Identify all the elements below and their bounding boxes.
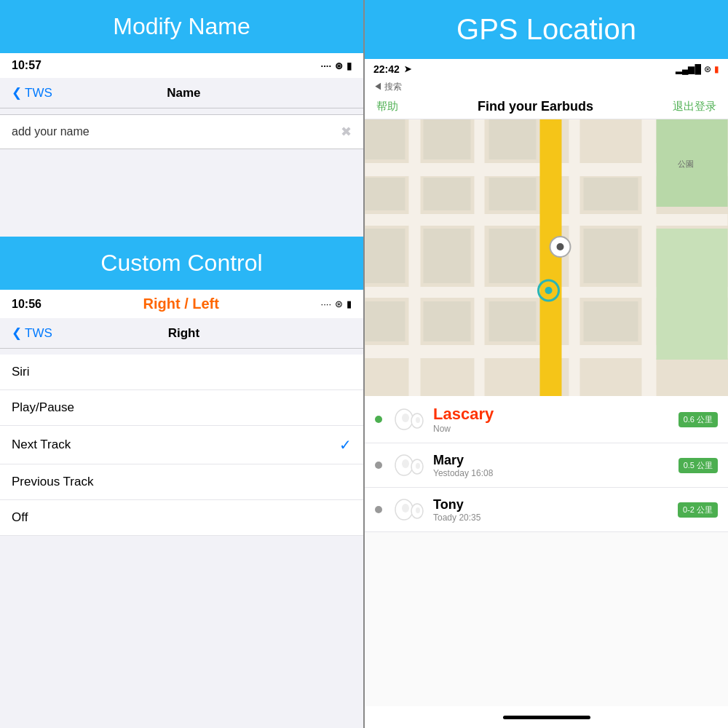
svg-rect-27 (657, 229, 728, 360)
battery-icon-2: ▮ (347, 298, 352, 309)
earbud-item-lascary[interactable]: Lascary Now 0.6 公里 (365, 396, 728, 443)
signal-bars: ▂▄▆█ (676, 64, 701, 74)
clear-icon[interactable]: ✖ (341, 124, 352, 140)
custom-control-time: 10:56 (12, 298, 41, 311)
earbud-name-lascary: Lascary (433, 405, 678, 424)
back-label-2: TWS (25, 326, 52, 341)
gps-nav-right[interactable]: 退出登录 (673, 100, 716, 114)
gps-nav-bar: 帮助 Find your Earbuds 退出登录 (365, 95, 728, 119)
earbud-icon-mary (389, 452, 424, 478)
modify-name-header: Modify Name (0, 0, 363, 53)
search-bar-row: ◀ 搜索 (365, 79, 728, 95)
option-previous-track[interactable]: Previous Track (0, 464, 363, 500)
svg-rect-20 (584, 229, 638, 283)
earbud-status-tony: Toady 20:35 (433, 513, 678, 523)
status-dot-mary (375, 462, 382, 469)
gps-nav-title: Find your Earbuds (478, 99, 593, 114)
wifi-icon: ⊛ (335, 60, 343, 71)
svg-rect-7 (569, 119, 580, 396)
name-input-row[interactable]: ✖ (0, 114, 363, 149)
signal-dots: ···· (321, 60, 331, 71)
gps-nav-left[interactable]: 帮助 (376, 100, 398, 114)
wifi-icon-2: ⊛ (335, 298, 343, 309)
earbud-name-mary: Mary (433, 453, 678, 468)
modify-name-nav-title: Name (167, 86, 200, 100)
option-play-pause[interactable]: Play/Pause (0, 390, 363, 426)
svg-rect-13 (365, 178, 405, 210)
right-left-label: Right / Left (143, 296, 219, 312)
svg-rect-8 (642, 119, 657, 396)
chevron-left-icon: ❮ (12, 85, 22, 100)
svg-rect-22 (424, 301, 471, 341)
status-dot-lascary (375, 416, 382, 423)
status-dot-tony (375, 506, 382, 513)
custom-control-status-icons: ···· ⊛ ▮ (321, 298, 352, 309)
earbud-icon-lascary (389, 406, 424, 432)
svg-rect-10 (365, 119, 405, 159)
right-panel: GPS Location 22:42 ➤ ▂▄▆█ ⊛ ▮ ◀ 搜索 帮助 Fi… (365, 0, 728, 728)
name-input[interactable] (12, 125, 341, 138)
option-next-track[interactable]: Next Track ✓ (0, 426, 363, 464)
location-icon: ➤ (404, 64, 411, 74)
svg-rect-17 (365, 229, 405, 283)
earbud-item-tony[interactable]: Tony Toady 20:35 0-2 公里 (365, 488, 728, 532)
custom-control-header: Custom Control (0, 237, 363, 290)
svg-rect-12 (489, 119, 537, 159)
svg-point-39 (416, 463, 420, 469)
earbud-name-tony: Tony (433, 497, 678, 513)
modify-name-status-icons: ···· ⊛ ▮ (321, 60, 352, 71)
svg-rect-23 (489, 301, 537, 341)
home-indicator (365, 706, 728, 728)
earbud-distance-tony: 0-2 公里 (678, 502, 718, 518)
signal-dots-2: ···· (321, 298, 331, 309)
svg-point-31 (545, 287, 553, 294)
gps-status-right: ▂▄▆█ ⊛ ▮ (676, 64, 719, 74)
option-off-label: Off (12, 510, 28, 525)
svg-rect-15 (489, 178, 537, 210)
modify-name-section: Modify Name 10:57 ···· ⊛ ▮ ❮ TWS Name ✖ (0, 0, 363, 237)
options-list: Siri Play/Pause Next Track ✓ Previous Tr… (0, 355, 363, 536)
svg-point-43 (416, 507, 420, 513)
earbud-distance-mary: 0.5 公里 (678, 458, 718, 473)
battery-icon: ▮ (347, 60, 352, 71)
modify-name-time: 10:57 (12, 59, 41, 72)
svg-point-41 (402, 504, 409, 513)
svg-rect-18 (424, 229, 471, 283)
gps-status-bar: 22:42 ➤ ▂▄▆█ ⊛ ▮ (365, 59, 728, 79)
gps-status-left: 22:42 ➤ (373, 63, 411, 75)
earbud-icon-tony (389, 496, 424, 523)
svg-text:公園: 公園 (678, 159, 694, 168)
svg-point-35 (416, 417, 420, 423)
gps-wifi-icon: ⊛ (704, 64, 711, 74)
gps-header: GPS Location (365, 0, 728, 59)
earbud-status-mary: Yestoday 16:08 (433, 468, 678, 478)
custom-control-status-bar: 10:56 Right / Left ···· ⊛ ▮ (0, 290, 363, 318)
option-siri[interactable]: Siri (0, 355, 363, 390)
earbud-info-lascary: Lascary Now (433, 405, 678, 434)
earbud-status-lascary: Now (433, 424, 678, 434)
option-previous-track-label: Previous Track (12, 475, 93, 489)
name-input-section: ✖ (0, 114, 363, 149)
modify-name-back-button[interactable]: ❮ TWS (12, 85, 52, 100)
svg-rect-16 (584, 178, 638, 210)
svg-rect-19 (489, 229, 537, 283)
gps-battery-icon: ▮ (714, 64, 719, 74)
custom-control-section: Custom Control 10:56 Right / Left ···· ⊛… (0, 237, 363, 728)
svg-point-37 (402, 459, 409, 468)
svg-rect-6 (475, 119, 485, 396)
custom-control-nav-bar: ❮ TWS Right (0, 318, 363, 349)
custom-control-nav-title: Right (168, 326, 199, 341)
option-off[interactable]: Off (0, 500, 363, 536)
chevron-left-icon-2: ❮ (12, 325, 22, 341)
empty-area (0, 149, 363, 237)
earbud-info-tony: Tony Toady 20:35 (433, 497, 678, 523)
map-area[interactable]: 公園 (365, 119, 728, 396)
custom-control-back-button[interactable]: ❮ TWS (12, 325, 52, 341)
svg-rect-14 (424, 178, 471, 210)
svg-rect-9 (540, 119, 562, 396)
home-bar (503, 716, 590, 719)
option-next-track-label: Next Track (12, 438, 71, 452)
earbud-item-mary[interactable]: Mary Yestoday 16:08 0.5 公里 (365, 443, 728, 488)
gps-phone: 22:42 ➤ ▂▄▆█ ⊛ ▮ ◀ 搜索 帮助 Find your Earbu… (365, 59, 728, 728)
checkmark-icon: ✓ (339, 436, 352, 454)
